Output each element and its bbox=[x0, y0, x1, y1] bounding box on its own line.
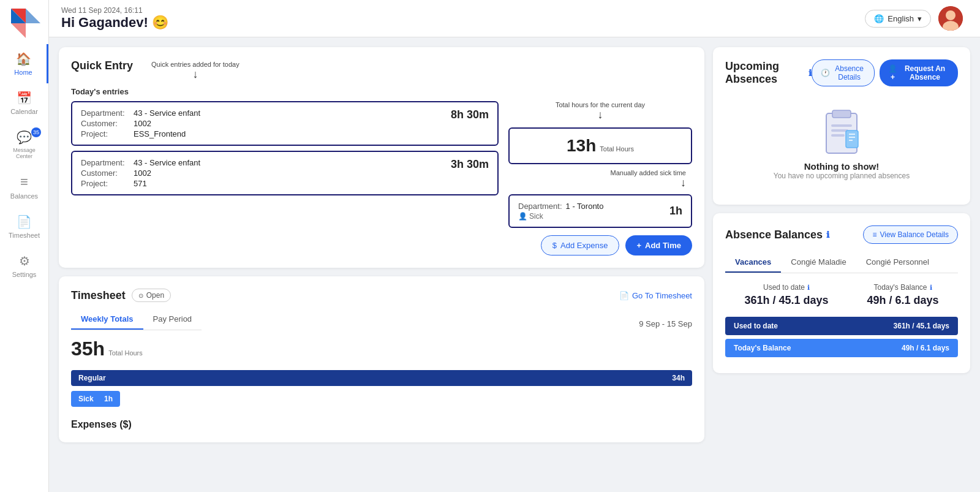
document-icon: 📄 bbox=[619, 291, 629, 300]
regular-bar-label: Regular bbox=[78, 374, 106, 382]
today-bar-label: Today's Balance bbox=[734, 344, 791, 352]
app-logo bbox=[9, 6, 40, 38]
used-bar-value: 361h / 45.1 days bbox=[894, 322, 949, 330]
nothing-to-show: Nothing to show! You have no upcoming pl… bbox=[725, 95, 958, 192]
svg-rect-7 bbox=[831, 134, 845, 137]
date-display: Wed 11 Sep 2024, 16:11 bbox=[61, 6, 168, 15]
absence-balances-card: Absence Balances ℹ ≡ View Balance Detail… bbox=[713, 213, 970, 373]
timesheet-status-badge: ⊙ Open bbox=[132, 289, 171, 302]
left-column: Quick Entry Quick entries added for toda… bbox=[59, 47, 704, 482]
todays-balance-bar: Today's Balance 49h / 6.1 days bbox=[725, 339, 958, 357]
used-to-date-stat: Used to date ℹ 361h / 45.1 days bbox=[744, 283, 828, 307]
sick-bar: Sick 1h bbox=[71, 391, 120, 407]
absence-buttons: 🕐 Absence Details 👤+ Request An Absence bbox=[812, 59, 958, 86]
sick-bar-value: 1h bbox=[104, 395, 113, 403]
annotation-today: Quick entries added for today ↓ bbox=[151, 61, 239, 81]
regular-bar-value: 34h bbox=[672, 374, 685, 382]
entry-card-1: Department: 43 - Service enfant Customer… bbox=[71, 101, 499, 146]
absence-details-button[interactable]: 🕐 Absence Details bbox=[812, 59, 875, 86]
sidebar: 🏠 Home 📅 Calendar 35 💬 MessageCenter ≡ B… bbox=[0, 0, 49, 492]
balance-tabs: Vacances Congié Maladie Congié Personnel bbox=[725, 252, 958, 273]
sidebar-item-messages-label: MessageCenter bbox=[13, 147, 36, 159]
total-hours-sublabel: Total Hours bbox=[108, 349, 143, 357]
globe-icon: 🌐 bbox=[874, 14, 884, 23]
annotation-sick: Manually added sick time ↓ bbox=[508, 169, 692, 189]
nothing-to-show-sub: You have no upcoming planned absences bbox=[725, 172, 958, 180]
quick-entry-title: Quick Entry bbox=[71, 59, 133, 72]
total-hours-value: 13h bbox=[567, 136, 596, 156]
total-hours-label: Total Hours bbox=[600, 145, 634, 153]
todays-balance-stat: Today's Balance ℹ 49h / 6.1 days bbox=[867, 283, 938, 307]
nothing-to-show-title: Nothing to show! bbox=[725, 161, 958, 172]
open-icon: ⊙ bbox=[138, 292, 143, 299]
arrow-down-icon: ↓ bbox=[192, 68, 198, 81]
sidebar-item-home-label: Home bbox=[14, 69, 32, 76]
regular-bar: Regular 34h bbox=[71, 370, 692, 386]
add-expense-button[interactable]: $ Add Expense bbox=[541, 235, 620, 255]
date-range: 9 Sep - 15 Sep bbox=[639, 319, 692, 328]
used-to-date-value: 361h / 45.1 days bbox=[744, 294, 828, 307]
balance-tab-congie-maladie[interactable]: Congié Maladie bbox=[781, 252, 856, 273]
annotation-total-hours: Total hours for the current day ↓ bbox=[508, 101, 692, 121]
todays-balance-value: 49h / 6.1 days bbox=[867, 294, 938, 307]
go-to-timesheet-button[interactable]: 📄 Go To Timesheet bbox=[619, 291, 692, 300]
chevron-down-icon: ▾ bbox=[918, 14, 922, 23]
quick-entry-card: Quick Entry Quick entries added for toda… bbox=[59, 47, 704, 268]
add-time-button[interactable]: + Add Time bbox=[625, 235, 692, 255]
tab-weekly-totals[interactable]: Weekly Totals bbox=[71, 309, 143, 330]
svg-rect-4 bbox=[832, 110, 851, 118]
balance-tab-vacances[interactable]: Vacances bbox=[725, 252, 781, 273]
sidebar-item-home[interactable]: 🏠 Home bbox=[0, 44, 48, 83]
sidebar-item-messages[interactable]: 35 💬 MessageCenter bbox=[0, 123, 48, 167]
sick-entry-card: Department: 1 - Toronto 👤 Sick 1h bbox=[508, 194, 692, 228]
sidebar-item-settings[interactable]: ⚙ Settings bbox=[0, 246, 48, 286]
expenses-title: Expenses ($) bbox=[71, 419, 692, 430]
total-hours-card: 13h Total Hours bbox=[508, 127, 692, 164]
sidebar-item-balances[interactable]: ≡ Balances bbox=[0, 167, 48, 207]
sidebar-item-calendar[interactable]: 📅 Calendar bbox=[0, 83, 48, 123]
messages-icon: 💬 bbox=[17, 130, 32, 145]
balance-tab-congie-personnel[interactable]: Congié Personnel bbox=[856, 252, 939, 273]
entry2-hours: 3h 30m bbox=[451, 158, 489, 171]
sick-bar-row: Sick 1h bbox=[71, 391, 692, 409]
topbar-right: 🌐 English ▾ bbox=[865, 6, 963, 31]
absence-balances-title: Absence Balances ℹ bbox=[725, 229, 829, 241]
balances-icon: ≡ bbox=[20, 174, 28, 190]
home-icon: 🏠 bbox=[16, 51, 31, 66]
upcoming-absences-card: Upcoming Absences ℹ 🕐 Absence Details 👤+… bbox=[713, 47, 970, 205]
svg-point-1 bbox=[946, 10, 956, 20]
person-icon: 👤 bbox=[518, 212, 527, 221]
view-balance-details-button[interactable]: ≡ View Balance Details bbox=[863, 225, 958, 244]
language-selector[interactable]: 🌐 English ▾ bbox=[865, 10, 931, 28]
tabs-date-row: Weekly Totals Pay Period 9 Sep - 15 Sep bbox=[71, 309, 692, 338]
user-plus-icon: 👤+ bbox=[888, 64, 897, 81]
topbar: Wed 11 Sep 2024, 16:11 Hi Gagandev! 😊 🌐 … bbox=[49, 0, 980, 37]
timesheet-card: Timesheet ⊙ Open 📄 Go To Timesheet bbox=[59, 276, 704, 442]
upcoming-absences-title: Upcoming Absences ℹ bbox=[725, 60, 812, 86]
upcoming-absences-header: Upcoming Absences ℹ 🕐 Absence Details 👤+… bbox=[725, 59, 958, 86]
timesheet-title-row: Timesheet ⊙ Open bbox=[71, 289, 171, 302]
calendar-icon: 📅 bbox=[17, 91, 32, 105]
tab-pay-period[interactable]: Pay Period bbox=[143, 309, 202, 330]
content: Quick Entry Quick entries added for toda… bbox=[49, 37, 980, 492]
used-to-date-info-icon[interactable]: ℹ bbox=[807, 284, 810, 292]
total-hours-row: 35h Total Hours bbox=[71, 338, 692, 360]
request-absence-button[interactable]: 👤+ Request An Absence bbox=[880, 59, 958, 86]
timesheet-header: Timesheet ⊙ Open 📄 Go To Timesheet bbox=[71, 289, 692, 302]
entry1-hours: 8h 30m bbox=[451, 108, 489, 121]
avatar[interactable] bbox=[938, 6, 963, 31]
todays-balance-info-icon[interactable]: ℹ bbox=[930, 284, 932, 292]
dollar-icon: $ bbox=[552, 241, 557, 250]
weekly-total-hours: 35h bbox=[71, 338, 105, 360]
regular-bar-row: Regular 34h bbox=[71, 370, 692, 386]
right-column: Upcoming Absences ℹ 🕐 Absence Details 👤+… bbox=[713, 47, 970, 482]
absence-balances-info-icon[interactable]: ℹ bbox=[826, 230, 829, 240]
timesheet-tabs: Weekly Totals Pay Period bbox=[71, 309, 202, 330]
greeting: Hi Gagandev! 😊 bbox=[61, 15, 168, 31]
sidebar-item-timesheet[interactable]: 📄 Timesheet bbox=[0, 207, 48, 246]
timesheet-title: Timesheet bbox=[71, 289, 126, 302]
today-bar-value: 49h / 6.1 days bbox=[902, 344, 949, 352]
list-icon: ≡ bbox=[872, 230, 876, 239]
svg-rect-5 bbox=[831, 124, 852, 127]
todays-balance-label: Today's Balance ℹ bbox=[867, 283, 938, 292]
